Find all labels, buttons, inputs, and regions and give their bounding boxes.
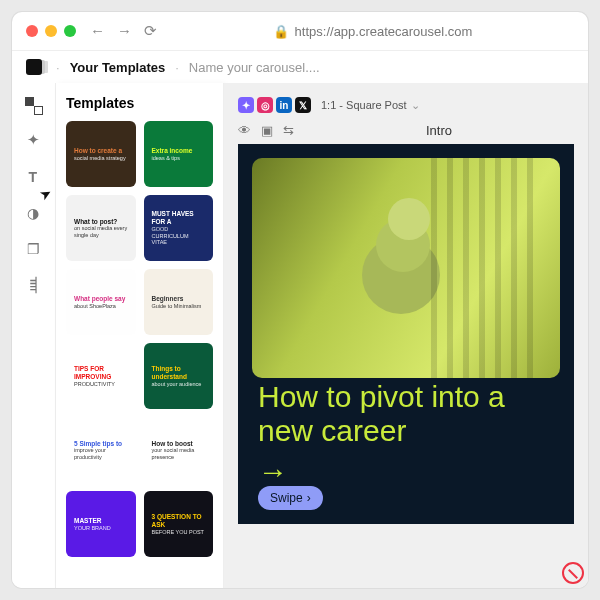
layers-icon[interactable] — [25, 241, 43, 259]
headline[interactable]: How to pivot into a new career → — [258, 380, 554, 490]
image-icon[interactable]: ▣ — [261, 123, 273, 138]
hero-image[interactable] — [252, 158, 560, 378]
stage-top: ✦ ◎ in 𝕏 1:1 - Square Post — [238, 97, 574, 113]
close-dot[interactable] — [26, 25, 38, 37]
panel-title: Templates — [66, 95, 213, 111]
sparkle-social-icon[interactable]: ✦ — [238, 97, 254, 113]
arrow-right-icon: → — [258, 455, 288, 490]
lock-icon: 🔒 — [273, 24, 289, 39]
url-bar[interactable]: 🔒 https://app.createcarousel.com — [171, 24, 574, 39]
stage: ✦ ◎ in 𝕏 1:1 - Square Post 👁 ▣ ⇆ Intro H… — [224, 83, 588, 588]
template-thumb[interactable]: Things to understandabout your audience — [144, 343, 214, 409]
breadcrumb-sep: · — [56, 60, 60, 75]
template-thumb[interactable]: 3 QUESTION TO ASKBEFORE YOU POST — [144, 491, 214, 557]
swap-icon[interactable]: ⇆ — [283, 123, 294, 138]
app-logo-icon[interactable] — [26, 59, 42, 75]
template-thumb[interactable]: BeginnersGuide to Minimalism — [144, 269, 214, 335]
url-text: https://app.createcarousel.com — [295, 24, 473, 39]
ai-icon[interactable] — [25, 133, 43, 151]
structure-icon[interactable] — [25, 277, 43, 295]
swipe-pill[interactable]: Swipe — [258, 486, 323, 510]
template-thumb[interactable]: MUST HAVES FOR AGOOD CURRICULUM VITAE — [144, 195, 214, 261]
minimize-dot[interactable] — [45, 25, 57, 37]
template-thumb[interactable]: Extra incomeideas & tips — [144, 121, 214, 187]
refresh-icon[interactable]: ⟳ — [144, 22, 157, 40]
social-icons: ✦ ◎ in 𝕏 — [238, 97, 311, 113]
template-thumb[interactable]: TIPS FOR IMPROVINGPRODUCTIVITY — [66, 343, 136, 409]
breadcrumb: · Your Templates · Name your carousel...… — [12, 50, 588, 83]
headline-text: How to pivot into a new career — [258, 380, 554, 449]
canvas[interactable]: How to pivot into a new career → Swipe — [238, 144, 574, 524]
crumb-templates[interactable]: Your Templates — [70, 60, 166, 75]
template-grid: How to create asocial media strategyExtr… — [66, 121, 213, 557]
nav-arrows: ← → ⟳ — [90, 22, 157, 40]
slide-label: Intro — [304, 123, 574, 138]
eye-icon[interactable]: 👁 — [238, 123, 251, 138]
canvas-toolbar: 👁 ▣ ⇆ Intro — [238, 119, 574, 144]
text-icon[interactable] — [25, 169, 43, 187]
window-controls — [26, 25, 76, 37]
breadcrumb-sep2: · — [175, 60, 179, 75]
template-thumb[interactable]: What people sayabout ShoePlaza — [66, 269, 136, 335]
titlebar: ← → ⟳ 🔒 https://app.createcarousel.com — [12, 12, 588, 50]
template-thumb[interactable]: How to create asocial media strategy — [66, 121, 136, 187]
app-window: ← → ⟳ 🔒 https://app.createcarousel.com ·… — [12, 12, 588, 588]
not-allowed-icon — [562, 562, 584, 584]
template-thumb[interactable]: 5 Simple tips toimprove your productivit… — [66, 417, 136, 483]
forward-icon[interactable]: → — [117, 22, 132, 40]
template-thumb[interactable]: What to post?on social media every singl… — [66, 195, 136, 261]
templates-icon[interactable] — [25, 97, 43, 115]
shapes-icon[interactable] — [25, 205, 43, 223]
tool-rail — [12, 83, 56, 588]
workspace: Templates How to create asocial media st… — [12, 83, 588, 588]
linkedin-icon[interactable]: in — [276, 97, 292, 113]
ratio-label: 1:1 - Square Post — [321, 99, 407, 111]
x-icon[interactable]: 𝕏 — [295, 97, 311, 113]
swipe-label: Swipe — [270, 491, 303, 505]
templates-panel: Templates How to create asocial media st… — [56, 83, 224, 588]
ratio-select[interactable]: 1:1 - Square Post — [321, 99, 420, 112]
back-icon[interactable]: ← — [90, 22, 105, 40]
template-thumb[interactable]: How to boostyour social media presence — [144, 417, 214, 483]
zoom-dot[interactable] — [64, 25, 76, 37]
carousel-name-input[interactable]: Name your carousel.... — [189, 60, 320, 75]
instagram-icon[interactable]: ◎ — [257, 97, 273, 113]
template-thumb[interactable]: MASTERYOUR BRAND — [66, 491, 136, 557]
